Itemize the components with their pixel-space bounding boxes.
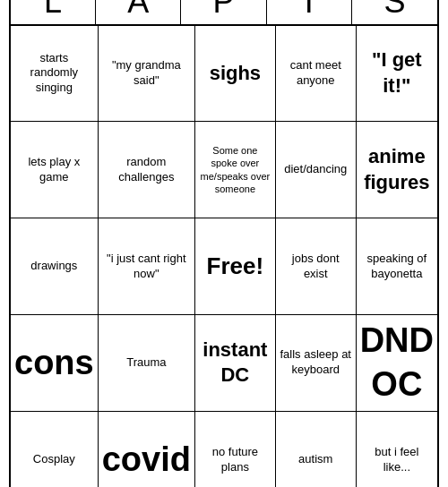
bingo-cell: anime figures [357,122,437,218]
bingo-cell: jobs dont exist [276,218,357,315]
bingo-cell: drawings [11,218,99,315]
bingo-cell: no future plans [195,412,276,487]
bingo-cell: lets play x game [11,122,99,218]
bingo-header: LAPIS [11,0,437,26]
bingo-cell: DND OC [357,315,437,412]
header-letter: S [352,0,437,24]
bingo-cell: cant meet anyone [276,26,357,123]
bingo-cell: cons [11,315,99,412]
bingo-cell: Trauma [99,315,195,412]
bingo-cell: speaking of bayonetta [357,218,437,315]
bingo-cell: "I get it!" [357,26,437,123]
bingo-cell: Some one spoke over me/speaks over someo… [195,122,276,218]
bingo-cell: autism [276,412,357,487]
header-letter: I [267,0,352,24]
bingo-grid: starts randomly singing"my grandma said"… [11,26,437,487]
bingo-cell: falls asleep at keyboard [276,315,357,412]
bingo-cell: but i feel like... [357,412,437,487]
bingo-cell: diet/dancing [276,122,357,218]
header-letter: L [11,0,96,24]
bingo-cell: sighs [195,26,276,123]
header-letter: P [181,0,266,24]
bingo-card: LAPIS starts randomly singing"my grandma… [9,0,439,487]
bingo-cell: "i just cant right now" [99,218,195,315]
bingo-cell: instant DC [195,315,276,412]
bingo-cell: Free! [195,218,276,315]
bingo-cell: covid [99,412,195,487]
bingo-cell: "my grandma said" [99,26,195,123]
bingo-cell: Cosplay [11,412,99,487]
header-letter: A [96,0,181,24]
bingo-cell: starts randomly singing [11,26,99,123]
bingo-cell: random challenges [99,122,195,218]
